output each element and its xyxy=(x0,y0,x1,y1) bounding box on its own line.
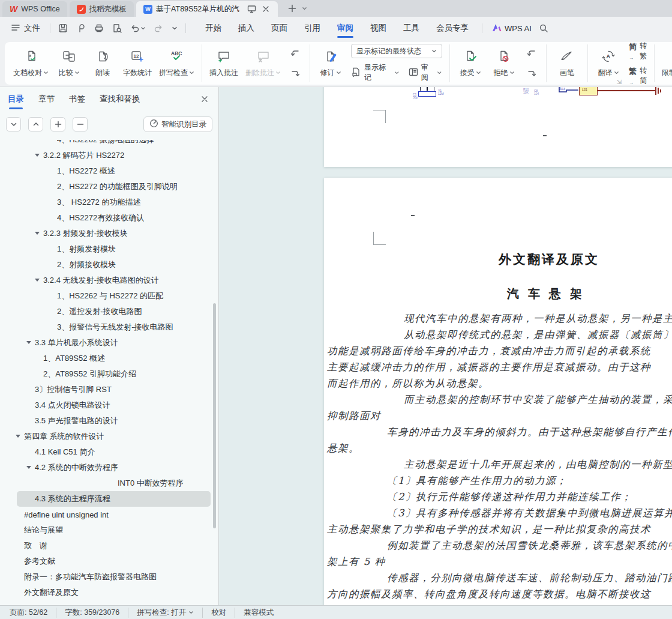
ribbon-expand-icon[interactable]: ⇲ xyxy=(617,79,622,85)
save-icon[interactable] xyxy=(55,21,71,35)
toc-item[interactable]: 1、射频发射模块 xyxy=(0,241,218,257)
menu-tab-审阅[interactable]: 审阅 xyxy=(329,19,362,37)
toc-item[interactable]: 4.2 系统的中断效劳程序 xyxy=(0,460,218,476)
toc-item[interactable]: 4.1 Keil C51 简介 xyxy=(0,444,218,460)
menu-tab-页面[interactable]: 页面 xyxy=(263,19,296,37)
sidebar-tab-章节[interactable]: 章节 xyxy=(38,94,55,104)
markup-state-select[interactable]: 显示标记的最终状态 xyxy=(351,44,442,58)
toc-item[interactable]: 2、遥控发射-接收电路图 xyxy=(0,304,218,319)
toc-item[interactable]: 3、报警信号无线发射-接收电路图 xyxy=(0,319,218,335)
tab-close-icon[interactable] xyxy=(260,3,271,15)
ribbon-button-简转繁[interactable]: 简→转繁 xyxy=(629,41,647,61)
comment-delete-icon xyxy=(256,49,271,65)
toc-item[interactable]: 附录一：多功能汽车防盗报警器电路图 xyxy=(0,569,218,585)
search-icon[interactable] xyxy=(538,22,550,34)
toc-item[interactable]: INT0 中断效劳程序 xyxy=(0,476,218,491)
tab-list-chevron-icon[interactable] xyxy=(298,2,310,14)
zoom-out-icon[interactable] xyxy=(73,117,88,131)
ribbon-button-插入批注[interactable]: 插入批注 xyxy=(209,49,238,78)
status-5[interactable]: 兼容模式 xyxy=(235,608,282,618)
collapse-all-icon[interactable] xyxy=(6,117,21,131)
menu-tab-引用[interactable]: 引用 xyxy=(296,19,329,37)
document-page-previous: C130p Y112M R1010K C8104 Q29013 LS1 xyxy=(324,87,672,167)
toc-item[interactable]: 3〕控制信号引脚 RST xyxy=(0,382,218,397)
status-4[interactable]: 校对 xyxy=(202,608,235,618)
ribbon-button-字数统计[interactable]: 12字数统计 xyxy=(123,49,152,78)
toc-item[interactable]: 1、AT89S52 概述 xyxy=(0,351,218,366)
ribbon-button-显示标记[interactable]: 显示标记 xyxy=(351,62,400,83)
customize-chevron-icon[interactable] xyxy=(169,23,181,34)
toc-item[interactable]: 致 谢 xyxy=(0,538,218,554)
sidebar-scrollbar[interactable] xyxy=(213,303,216,528)
print-icon[interactable] xyxy=(91,21,107,35)
file-menu[interactable]: 文件 xyxy=(6,20,45,36)
toc-item[interactable]: 4、HS2262 振荡电阻的选择 xyxy=(0,140,218,148)
markup-state-value: 显示标记的最终状态 xyxy=(356,46,421,56)
toc-item[interactable]: 4.3 系统的主程序流程 xyxy=(0,491,218,507)
ribbon-button-文档校对[interactable]: a文档校对 xyxy=(13,49,49,78)
window-tab-3[interactable]: W基于AT89S52单片机的汽车防 xyxy=(136,1,278,17)
ribbon-button-拒绝[interactable]: 拒绝 xyxy=(491,49,517,78)
divider xyxy=(185,23,186,33)
menu-tab-视图[interactable]: 视图 xyxy=(362,19,395,37)
document-canvas[interactable]: C130p Y112M R1010K C8104 Q29013 LS1 外文翻译… xyxy=(219,87,672,605)
expand-all-icon[interactable] xyxy=(28,117,43,131)
status-1[interactable]: 页面: 52/62 xyxy=(10,608,56,618)
sidebar-tab-书签[interactable]: 书签 xyxy=(69,94,85,104)
smart-toc-button[interactable]: 智能识别目录 xyxy=(143,116,212,132)
undo-icon[interactable] xyxy=(127,21,148,35)
toc-item[interactable]: 3.4 点火闭锁电路设计 xyxy=(0,397,218,413)
toc-item[interactable]: 3.5 声光报警电路的设计 xyxy=(0,413,218,429)
sidebar-close-icon[interactable] xyxy=(199,93,211,105)
toc-item[interactable]: #define uint unsigned int xyxy=(0,507,218,522)
toc-item[interactable]: 3.2.2 解码芯片 HS2272 xyxy=(0,148,218,163)
sidebar-tab-目录[interactable]: 目录 xyxy=(8,94,24,104)
toc-item-label: 第四章 系统的软件设计 xyxy=(0,431,104,442)
toc-item[interactable]: 2、HS2272 的功能框图及引脚说明 xyxy=(0,179,218,195)
ribbon-group-1: a文档校对比较朗读12字数统计ABC拼写检查 xyxy=(6,44,202,82)
print-preview-icon[interactable] xyxy=(109,21,125,35)
toc-item[interactable]: 4、HS2272有效接收确认 xyxy=(0,210,218,226)
comment-prev-icon[interactable] xyxy=(288,47,302,60)
ribbon-button-拼写检查[interactable]: ABC拼写检查 xyxy=(159,49,194,78)
export-pdf-icon[interactable] xyxy=(73,21,89,35)
ribbon-button-限制编辑[interactable]: 限制编辑 xyxy=(662,49,672,78)
toc-item[interactable]: 2、射频接收模块 xyxy=(0,257,218,273)
ribbon-button-比较[interactable]: 比较 xyxy=(56,49,82,78)
window-tab-bar: WWPS Office找稻壳模板W基于AT89S52单片机的汽车防 xyxy=(0,0,672,17)
menu-tab-插入[interactable]: 插入 xyxy=(230,19,263,37)
toc-item[interactable]: 3.3 单片机最小系统设计 xyxy=(0,335,218,351)
ribbon-button-审阅[interactable]: 审阅 xyxy=(408,62,442,83)
window-tab-1[interactable]: WWPS Office xyxy=(2,1,67,17)
toc-item[interactable]: 2、AT89S52 引脚功能介绍 xyxy=(0,366,218,382)
toc-item[interactable]: 3.2.4 无线发射-接收电路图的设计 xyxy=(0,273,218,288)
ribbon-button-繁转简[interactable]: 繁→转简 xyxy=(629,65,647,86)
window-tab-2[interactable]: 找稻壳模板 xyxy=(70,1,134,17)
ribbon-button-画笔[interactable]: 画笔 xyxy=(554,49,580,78)
toc-item[interactable]: 3.2.3 射频发射-接收模块 xyxy=(0,226,218,241)
change-next-icon[interactable] xyxy=(524,67,539,80)
toc-item[interactable]: 3、 HS2272 的功能描述 xyxy=(0,195,218,210)
toc-item[interactable]: 1、HS2262 与 HS2272 的匹配 xyxy=(0,288,218,304)
ribbon-button-翻译[interactable]: A翻译 xyxy=(595,49,622,78)
wps-ai-button[interactable]: WPS AI xyxy=(492,23,532,34)
menu-tab-工具[interactable]: 工具 xyxy=(395,19,428,37)
toc-item[interactable]: 1、HS2272 概述 xyxy=(0,163,218,179)
ribbon-button-朗读[interactable]: 朗读 xyxy=(89,49,116,78)
menu-tab-开始[interactable]: 开始 xyxy=(197,19,230,37)
toc-item[interactable]: 外文翻译及原文 xyxy=(0,585,218,600)
sidebar-tab-查找和替换[interactable]: 查找和替换 xyxy=(100,94,140,104)
menu-tab-会员专享[interactable]: 会员专享 xyxy=(428,19,477,37)
status-3[interactable]: 拼写检查: 打开 xyxy=(128,608,202,618)
ribbon-button-修订[interactable]: 修订 xyxy=(317,49,344,78)
toc-item[interactable]: 第四章 系统的软件设计 xyxy=(0,429,218,444)
toc-item[interactable]: 结论与展望 xyxy=(0,522,218,538)
document-page-current[interactable]: 外文翻译及原文 汽车悬架 现代汽车中的悬架有两种，一种是从动悬架，另一种是主动悬… xyxy=(324,178,672,605)
comment-next-icon[interactable] xyxy=(288,67,302,80)
status-2[interactable]: 字数: 359/23076 xyxy=(56,608,128,618)
change-prev-icon[interactable] xyxy=(524,47,539,60)
ribbon-button-接受[interactable]: 接受 xyxy=(457,49,484,78)
zoom-in-icon[interactable] xyxy=(50,117,65,131)
toc-item[interactable]: 参考文献 xyxy=(0,554,218,569)
new-tab-button[interactable] xyxy=(286,2,298,14)
